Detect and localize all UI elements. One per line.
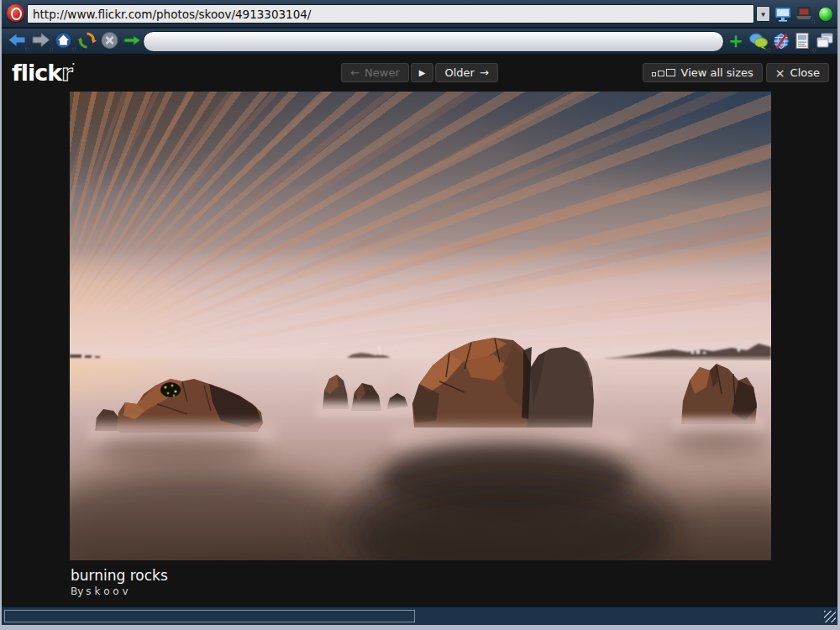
newer-label: Newer xyxy=(365,66,400,79)
forward-button[interactable]: ▾ xyxy=(31,31,51,51)
photo-rocks xyxy=(70,92,771,560)
go-icon[interactable] xyxy=(123,31,143,51)
close-icon: × xyxy=(775,66,785,80)
address-toolbar: ▾ ▾ xyxy=(0,0,840,28)
fit-to-width-icon[interactable] xyxy=(774,5,792,24)
right-arrow-icon: → xyxy=(480,66,489,79)
status-message-area xyxy=(4,610,415,622)
url-history-dropdown[interactable]: ▾ xyxy=(756,6,770,22)
window-border-bottom xyxy=(0,625,840,630)
add-bookmark-icon[interactable]: + xyxy=(726,32,746,52)
document-icon[interactable]: ▾ xyxy=(794,32,814,52)
dropdown-marker-icon: ▾ xyxy=(767,47,770,54)
status-bar xyxy=(0,606,840,625)
photo[interactable] xyxy=(70,92,771,560)
slideshow-play-button[interactable]: ▶ xyxy=(411,63,434,82)
window-border-left xyxy=(0,0,2,630)
resize-grip[interactable] xyxy=(824,611,836,622)
play-icon: ▶ xyxy=(419,68,426,77)
dropdown-marker-icon: ▾ xyxy=(811,18,815,25)
photo-byline: Bys k o o v xyxy=(71,585,129,597)
close-button[interactable]: × Close xyxy=(766,63,829,82)
home-button[interactable]: ▾ xyxy=(54,31,74,51)
stop-button[interactable] xyxy=(100,31,120,51)
byline-prefix: By xyxy=(71,585,83,597)
older-label: Older xyxy=(444,66,474,79)
sizes-icon xyxy=(652,69,675,76)
back-button[interactable]: ▾ xyxy=(7,31,27,51)
green-ball-icon xyxy=(819,8,832,21)
dropdown-marker-icon: ▾ xyxy=(50,46,53,53)
reload-button[interactable] xyxy=(77,31,97,51)
view-all-sizes-button[interactable]: View all sizes xyxy=(643,63,763,82)
search-input[interactable] xyxy=(143,31,724,52)
photo-action-group: View all sizes × Close xyxy=(643,63,829,82)
navigation-toolbar: ▾ ▾ ▾ + xyxy=(0,29,840,55)
left-arrow-icon: ← xyxy=(350,66,360,79)
opera-logo-icon xyxy=(7,4,24,22)
offline-mode-icon[interactable] xyxy=(772,32,792,52)
turbo-mode-icon[interactable]: ▾ xyxy=(795,5,813,24)
connection-status-icon[interactable] xyxy=(817,5,836,24)
page-background: flickr· ← Newer ▶ Older → View all sizes… xyxy=(2,55,837,606)
newer-button[interactable]: ← Newer xyxy=(341,63,409,82)
photo-title: burning rocks xyxy=(71,567,168,584)
owner-link[interactable]: s k o o v xyxy=(86,585,128,597)
close-label: Close xyxy=(790,66,820,79)
dropdown-marker-icon: ▾ xyxy=(25,46,29,53)
dropdown-marker-icon: ▾ xyxy=(72,46,76,53)
older-button[interactable]: Older → xyxy=(435,63,497,82)
url-input[interactable] xyxy=(27,4,754,24)
panels-icon[interactable] xyxy=(815,32,835,52)
view-all-sizes-label: View all sizes xyxy=(681,66,753,79)
chat-bubbles-icon[interactable]: ▾ xyxy=(748,32,769,52)
